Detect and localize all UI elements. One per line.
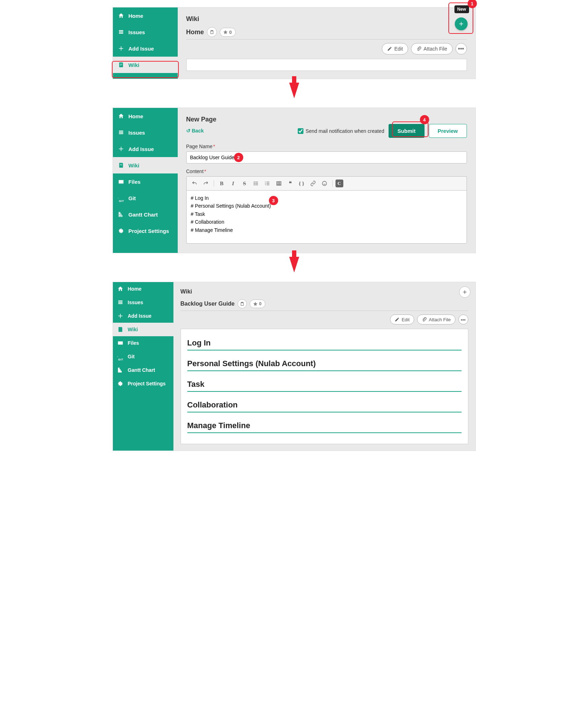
notify-checkbox-row[interactable]: Send mail notification when created bbox=[298, 128, 384, 134]
new-page-fab[interactable] bbox=[455, 17, 468, 30]
svg-point-2 bbox=[254, 183, 255, 184]
tb-redo-icon[interactable] bbox=[201, 179, 211, 188]
callout-badge-1: 1 bbox=[468, 0, 477, 8]
star-count-chip[interactable]: 0 bbox=[220, 28, 236, 37]
tb-strike-icon[interactable]: S bbox=[240, 179, 250, 188]
svg-point-0 bbox=[254, 182, 255, 183]
sidebar-item-wiki[interactable]: Wiki bbox=[113, 323, 173, 336]
sidebar-item-add-issue[interactable]: Add Issue bbox=[113, 141, 178, 157]
tb-code-icon[interactable]: { } bbox=[297, 179, 307, 188]
sidebar-item-gantt[interactable]: Gantt Chart bbox=[113, 206, 178, 223]
sidebar-item-git[interactable]: GITGit bbox=[113, 350, 173, 363]
svg-rect-12 bbox=[277, 182, 281, 186]
wiki-icon bbox=[118, 62, 124, 68]
plus-icon bbox=[118, 146, 124, 152]
sidebar-item-files[interactable]: Files bbox=[113, 336, 173, 350]
tb-emoji-icon[interactable] bbox=[319, 179, 329, 188]
page-name-label: Page Name* bbox=[186, 144, 467, 149]
sidebar-item-git[interactable]: GITGit bbox=[113, 190, 178, 206]
wiki-heading: Personal Settings (Nulab Account) bbox=[187, 355, 462, 371]
more-button[interactable]: ••• bbox=[456, 43, 467, 54]
sidebar-label: Wiki bbox=[129, 62, 140, 68]
star-count-chip[interactable]: 0 bbox=[250, 300, 266, 308]
plus-icon bbox=[117, 313, 124, 319]
list-icon bbox=[117, 299, 124, 306]
wiki-body: Log In Personal Settings (Nulab Account)… bbox=[181, 329, 468, 444]
doc-name: Backlog User Guide bbox=[181, 301, 235, 307]
preview-button[interactable]: Preview bbox=[429, 124, 467, 138]
back-link[interactable]: Back bbox=[186, 128, 204, 134]
tb-cacoo-icon[interactable]: C bbox=[335, 180, 343, 187]
home-icon bbox=[117, 286, 124, 292]
content-area: New Page Back Send mail notification whe… bbox=[178, 108, 475, 253]
sidebar-item-issues[interactable]: Issues bbox=[113, 124, 178, 141]
git-icon: GIT bbox=[117, 353, 124, 360]
sidebar-item-wiki[interactable]: Wiki bbox=[113, 157, 178, 173]
sidebar-item-home[interactable]: Home bbox=[113, 7, 178, 24]
more-button[interactable]: ••• bbox=[458, 315, 468, 324]
sidebar-item-project-settings[interactable]: Project Settings bbox=[113, 223, 178, 239]
callout-badge-2: 2 bbox=[234, 153, 243, 162]
sidebar-label: Home bbox=[129, 13, 144, 19]
tb-quote-icon[interactable]: ❝ bbox=[285, 179, 295, 188]
svg-rect-5 bbox=[255, 185, 258, 185]
gantt-icon bbox=[117, 367, 124, 373]
sidebar-item-add-issue[interactable]: Add Issue bbox=[113, 40, 178, 57]
wiki-heading: Manage Timeline bbox=[187, 417, 462, 433]
panel-new-page: 4 Home Issues Add Issue Wiki Files GITGi… bbox=[113, 108, 476, 253]
tb-ul-icon[interactable] bbox=[251, 179, 261, 188]
clipboard-icon[interactable] bbox=[238, 299, 247, 308]
editor-toolbar: B I S 123 ❝ { } C bbox=[186, 176, 467, 190]
content-editor[interactable] bbox=[186, 190, 467, 244]
sidebar-item-project-settings[interactable]: Project Settings bbox=[113, 377, 173, 390]
files-icon bbox=[118, 178, 124, 185]
tb-link-icon[interactable] bbox=[308, 179, 318, 188]
submit-button[interactable]: Submit bbox=[389, 124, 425, 138]
tb-table-icon[interactable] bbox=[274, 179, 284, 188]
sidebar-label: Issues bbox=[129, 29, 145, 35]
home-icon bbox=[118, 12, 124, 19]
attach-file-button[interactable]: Attach File bbox=[411, 43, 452, 54]
list-icon bbox=[118, 129, 124, 136]
sidebar-item-issues[interactable]: Issues bbox=[113, 296, 173, 309]
gear-icon bbox=[118, 228, 124, 234]
edit-button[interactable]: Edit bbox=[382, 43, 408, 54]
wiki-heading: Collaboration bbox=[187, 397, 462, 412]
tb-italic-icon[interactable]: I bbox=[228, 179, 238, 188]
callout-badge-3: 3 bbox=[269, 196, 278, 205]
gear-icon bbox=[117, 380, 124, 387]
sidebar: Home Issues Add Issue Wiki bbox=[113, 7, 178, 79]
sidebar: Home Issues Add Issue Wiki Files GITGit … bbox=[113, 282, 173, 451]
tb-undo-icon[interactable] bbox=[189, 179, 199, 188]
plus-icon bbox=[118, 45, 124, 52]
sidebar-item-issues[interactable]: Issues bbox=[113, 24, 178, 40]
sidebar-item-gantt[interactable]: Gantt Chart bbox=[113, 363, 173, 377]
sidebar-item-home[interactable]: Home bbox=[113, 282, 173, 296]
svg-text:3: 3 bbox=[265, 184, 266, 186]
new-tooltip: New bbox=[454, 5, 469, 13]
panel-wiki-rendered: Home Issues Add Issue Wiki Files GITGit … bbox=[113, 282, 476, 451]
sidebar: Home Issues Add Issue Wiki Files GITGit … bbox=[113, 108, 178, 253]
page-name-input[interactable] bbox=[186, 151, 467, 163]
sidebar-item-wiki[interactable]: Wiki bbox=[113, 57, 178, 73]
svg-rect-3 bbox=[255, 183, 258, 183]
notify-checkbox[interactable] bbox=[298, 128, 303, 134]
arrow-down-icon bbox=[289, 257, 299, 277]
content-area: Wiki Home 0 Edit Attach File ••• bbox=[178, 7, 475, 79]
wiki-heading: Task bbox=[187, 376, 462, 392]
home-icon bbox=[118, 113, 124, 119]
section-title: Wiki bbox=[186, 15, 467, 23]
tb-ol-icon[interactable]: 123 bbox=[262, 179, 272, 188]
list-icon bbox=[118, 29, 124, 35]
sidebar-item-files[interactable]: Files bbox=[113, 173, 178, 190]
arrow-down-icon bbox=[289, 83, 299, 103]
sidebar-item-add-issue[interactable]: Add Issue bbox=[113, 309, 173, 323]
sidebar-item-home[interactable]: Home bbox=[113, 108, 178, 124]
content-area: Wiki Backlog User Guide 0 Edit Attach Fi… bbox=[173, 282, 475, 451]
attach-file-button[interactable]: Attach File bbox=[417, 315, 455, 324]
edit-button[interactable]: Edit bbox=[390, 315, 414, 324]
svg-rect-11 bbox=[266, 185, 269, 185]
clipboard-icon[interactable] bbox=[207, 27, 217, 37]
new-page-fab[interactable] bbox=[459, 286, 470, 298]
tb-bold-icon[interactable]: B bbox=[217, 179, 227, 188]
